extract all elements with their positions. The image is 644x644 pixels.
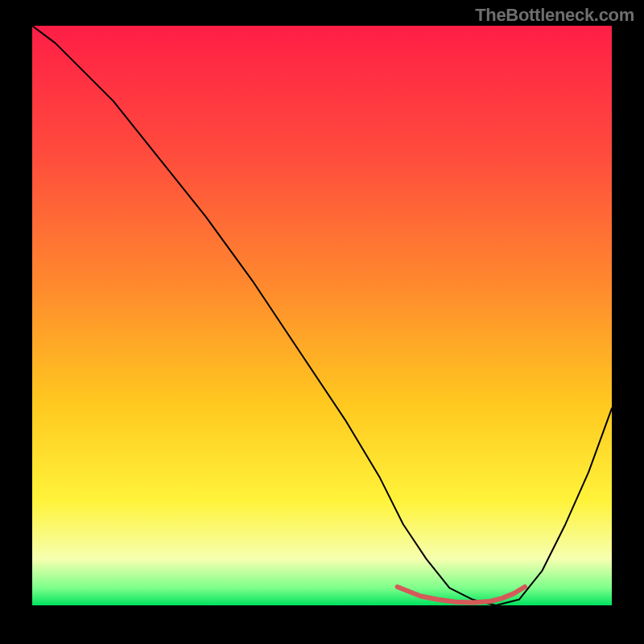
watermark-text: TheBottleneck.com	[475, 5, 634, 26]
chart-frame: TheBottleneck.com	[0, 0, 644, 644]
gradient-fill	[32, 26, 612, 605]
chart-svg	[32, 26, 612, 605]
plot-area	[32, 26, 612, 605]
